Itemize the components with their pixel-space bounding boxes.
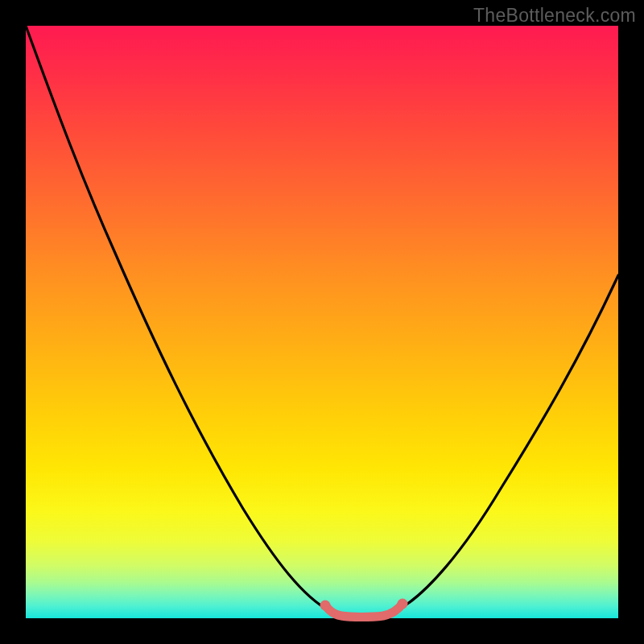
chart-curve-layer xyxy=(26,26,618,618)
bottleneck-curve-path xyxy=(26,26,618,616)
watermark-text: TheBottleneck.com xyxy=(473,5,636,27)
bottom-marker-right-dot xyxy=(398,599,408,609)
bottom-marker-left-dot xyxy=(320,601,331,611)
bottom-marker-path xyxy=(325,604,402,617)
chart-frame: TheBottleneck.com xyxy=(0,0,644,644)
